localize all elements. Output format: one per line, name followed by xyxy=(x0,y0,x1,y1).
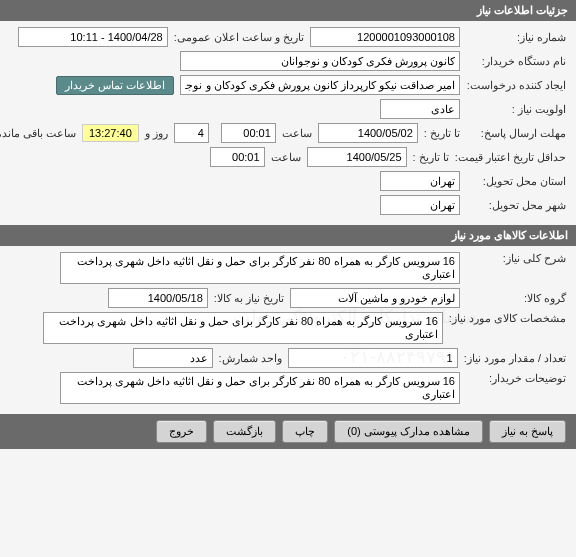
city-label: شهر محل تحویل: xyxy=(466,199,566,212)
qty-input[interactable] xyxy=(288,348,458,368)
countdown-box: 13:27:40 xyxy=(82,124,139,142)
remaining-label: ساعت باقی مانده xyxy=(0,127,76,140)
priority-input[interactable] xyxy=(380,99,460,119)
city-input[interactable] xyxy=(380,195,460,215)
province-label: استان محل تحویل: xyxy=(466,175,566,188)
need-info-content: شماره نیاز: تاریخ و ساعت اعلان عمومی: نا… xyxy=(0,21,576,225)
buyer-notes-textarea[interactable] xyxy=(60,372,460,404)
reply-button[interactable]: پاسخ به نیاز xyxy=(489,420,566,443)
general-desc-textarea[interactable] xyxy=(60,252,460,284)
buyer-label: نام دستگاه خریدار: xyxy=(466,55,566,68)
deadline-time-input[interactable] xyxy=(221,123,276,143)
days-count-input[interactable] xyxy=(174,123,209,143)
group-input[interactable] xyxy=(290,288,460,308)
spec-label: مشخصات کالای مورد نیاز: xyxy=(449,312,566,325)
print-button[interactable]: چاپ xyxy=(282,420,328,443)
deadline-date-input[interactable] xyxy=(318,123,418,143)
qty-label: تعداد / مقدار مورد نیاز: xyxy=(464,352,566,365)
validity-date-input[interactable] xyxy=(307,147,407,167)
days-label: روز و xyxy=(145,127,168,140)
to-date-label-1: تا تاریخ : xyxy=(424,127,460,140)
attachments-button[interactable]: مشاهده مدارک پیوستی (0) xyxy=(334,420,483,443)
requester-label: ایجاد کننده درخواست: xyxy=(466,79,566,92)
group-label: گروه کالا: xyxy=(466,292,566,305)
footer-bar: پاسخ به نیاز مشاهده مدارک پیوستی (0) چاپ… xyxy=(0,414,576,449)
validity-label: حداقل تاریخ اعتبار قیمت: xyxy=(455,151,566,164)
validity-time-input[interactable] xyxy=(210,147,265,167)
need-number-input[interactable] xyxy=(310,27,460,47)
priority-label: اولویت نیاز : xyxy=(466,103,566,116)
contact-buyer-button[interactable]: اطلاعات تماس خریدار xyxy=(56,76,174,95)
time-label-2: ساعت xyxy=(271,151,301,164)
province-input[interactable] xyxy=(380,171,460,191)
requester-input[interactable] xyxy=(180,75,460,95)
back-button[interactable]: بازگشت xyxy=(213,420,276,443)
unit-input[interactable] xyxy=(133,348,213,368)
need-date-input[interactable] xyxy=(108,288,208,308)
announce-label: تاریخ و ساعت اعلان عمومی: xyxy=(174,31,304,44)
buyer-notes-label: توضیحات خریدار: xyxy=(466,372,566,385)
unit-label: واحد شمارش: xyxy=(219,352,282,365)
spec-textarea[interactable] xyxy=(43,312,443,344)
goods-info-content: سامانه تدارکات الکترونیکی دولت ۰۲۱-۸۸۲۴۹… xyxy=(0,246,576,414)
need-number-label: شماره نیاز: xyxy=(466,31,566,44)
section-need-info-header: جزئیات اطلاعات نیاز xyxy=(0,0,576,21)
general-desc-label: شرح کلی نیاز: xyxy=(466,252,566,265)
buyer-input[interactable] xyxy=(180,51,460,71)
exit-button[interactable]: خروج xyxy=(156,420,207,443)
section-goods-info-header: اطلاعات کالاهای مورد نیاز xyxy=(0,225,576,246)
section-goods-info-title: اطلاعات کالاهای مورد نیاز xyxy=(452,229,568,241)
need-date-label: تاریخ نیاز به کالا: xyxy=(214,292,284,305)
to-date-label-2: تا تاریخ : xyxy=(413,151,449,164)
section-need-info-title: جزئیات اطلاعات نیاز xyxy=(477,4,568,16)
announce-input[interactable] xyxy=(18,27,168,47)
time-label-1: ساعت xyxy=(282,127,312,140)
deadline-label: مهلت ارسال پاسخ: xyxy=(466,127,566,140)
